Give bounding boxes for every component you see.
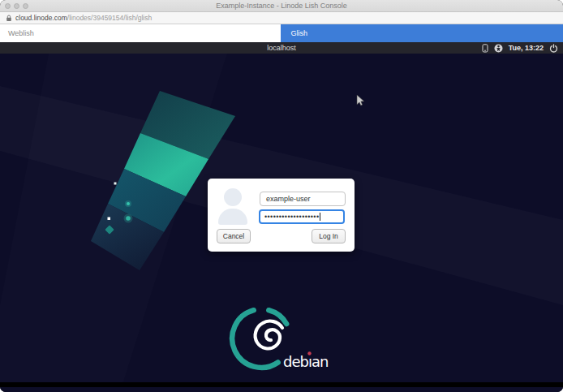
user-avatar-icon <box>217 188 248 225</box>
debian-wordmark: debıan <box>283 353 328 370</box>
url-path: /linodes/39459154/lish/glish <box>67 14 152 22</box>
titlebar: Example-Instance - Linode Lish Console <box>0 0 563 12</box>
accessibility-icon[interactable] <box>494 44 503 53</box>
desktop: debıan example-user ••••••••••••••••••• <box>0 54 563 387</box>
clock-label[interactable]: Tue, 13:22 <box>509 44 544 52</box>
lish-tabs: Weblish Glish <box>0 24 563 42</box>
power-icon[interactable] <box>549 44 558 53</box>
lock-icon <box>6 15 12 22</box>
gnome-top-bar: localhost Tue, 13:22 <box>0 42 563 54</box>
screen-letterbox <box>0 382 563 387</box>
username-input[interactable]: example-user <box>260 192 346 206</box>
url-bar[interactable]: cloud.linode.com/linodes/39459154/lish/g… <box>0 12 563 24</box>
browser-window: Example-Instance - Linode Lish Console c… <box>0 0 563 392</box>
username-value: example-user <box>266 195 311 203</box>
tab-weblish[interactable]: Weblish <box>0 24 281 42</box>
text-caret <box>320 213 320 221</box>
tab-glish[interactable]: Glish <box>281 24 563 42</box>
log-in-button[interactable]: Log In <box>312 229 346 243</box>
hostname-label: localhost <box>0 42 563 54</box>
glish-screen: localhost Tue, 13:22 <box>0 42 563 392</box>
window-title: Example-Instance - Linode Lish Console <box>0 0 563 12</box>
keyboard-device-icon[interactable] <box>482 44 488 53</box>
cancel-button[interactable]: Cancel <box>217 229 251 243</box>
url-domain: cloud.linode.com <box>15 14 67 22</box>
password-input[interactable]: ••••••••••••••••••• <box>259 209 345 224</box>
login-dialog: example-user ••••••••••••••••••• Cancel … <box>208 179 355 252</box>
tab-glish-label: Glish <box>291 29 308 37</box>
tab-weblish-label: Weblish <box>8 29 34 37</box>
wordmark-dot <box>307 351 311 355</box>
password-masked-value: ••••••••••••••••••• <box>264 213 319 221</box>
